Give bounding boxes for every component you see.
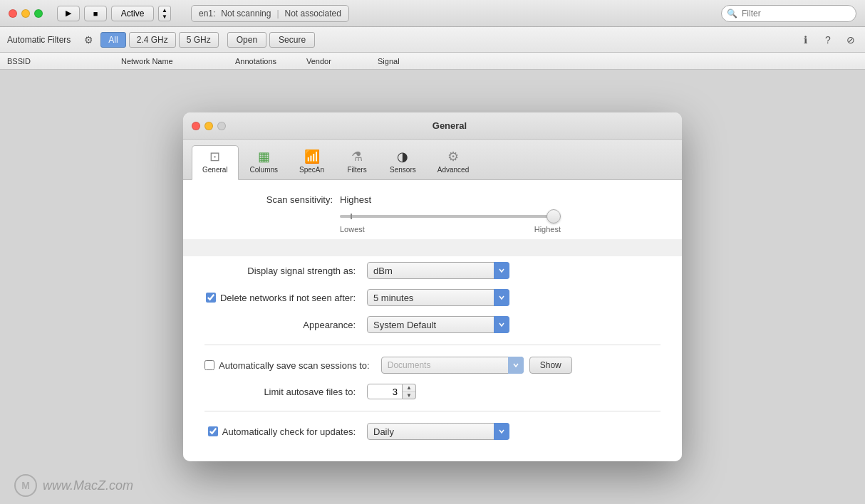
autosave-checkbox[interactable] [204,360,214,370]
modal-overlay: General ⊡ General ▦ Columns 📶 SpecAn ⚗ [0,70,865,504]
limit-autosave-input[interactable]: 3 [367,384,403,399]
autosave-label-wrapper: Automatically save scan sessions to: [204,360,375,371]
signal-strength-label: Display signal strength as: [204,266,361,276]
main-area: General ⊡ General ▦ Columns 📶 SpecAn ⚗ [0,70,865,504]
freq-24-button[interactable]: 2.4 GHz [129,32,176,48]
check-updates-row: Automatically check for updates: Daily W… [204,423,661,440]
automatic-filters-label: Automatic Filters [7,35,71,45]
appearance-select-wrapper: System Default Light Dark [367,316,509,333]
signal-strength-row: Display signal strength as: dBm Percent … [204,262,661,279]
slider-min-label: Lowest [340,225,365,233]
appearance-select[interactable]: System Default Light Dark [367,316,509,333]
close-button[interactable] [9,9,17,18]
watermark: M www.MacZ.com [14,474,133,497]
modal-close-button[interactable] [192,122,200,130]
col-signal: Signal [378,57,435,65]
general-tab-icon: ⊡ [209,150,220,163]
delete-networks-label-wrapper: Delete networks if not seen after: [204,293,361,303]
autosave-label: Automatically save scan sessions to: [219,360,370,371]
advanced-tab-icon: ⚙ [447,150,459,163]
check-updates-label-wrapper: Automatically check for updates: [204,426,361,437]
help-button[interactable]: ? [821,33,835,47]
info-button[interactable]: ℹ [798,33,812,47]
search-icon: 🔍 [727,9,737,19]
freq-5-button[interactable]: 5 GHz [179,32,219,48]
watermark-text: www.MacZ.com [43,478,133,493]
check-updates-checkbox[interactable] [208,426,218,436]
appearance-row: Appearance: System Default Light Dark [204,316,661,333]
sensors-tab-icon: ◑ [397,150,408,163]
interface-name: en1: [199,9,215,19]
limit-autosave-controls: 3 ▲ ▼ [367,384,416,399]
columns-tab-icon: ▦ [258,150,270,163]
play-button[interactable]: ▶ [57,6,80,21]
general-tab-label: General [202,166,228,174]
tab-specan[interactable]: 📶 SpecAn [289,146,334,179]
filter-secure-button[interactable]: Secure [269,32,315,48]
scanning-status: Not scanning [221,9,271,19]
autosave-row: Automatically save scan sessions to: Doc… [204,357,661,374]
tab-sensors[interactable]: ◑ Sensors [380,146,426,179]
limit-autosave-row: Limit autosave files to: 3 ▲ ▼ [204,384,661,399]
delete-networks-checkbox[interactable] [206,293,216,303]
col-vendor: Vendor [306,57,378,65]
table-header: BSSID Network Name Annotations Vendor Si… [0,53,865,70]
modal-traffic-lights [192,122,226,130]
association-status: Not associated [285,9,341,19]
specan-tab-label: SpecAn [299,166,324,174]
status-display: en1: Not scanning | Not associated [191,5,349,22]
filter-open-button[interactable]: Open [227,32,266,48]
stop-button[interactable]: ■ [84,6,107,21]
tab-columns[interactable]: ▦ Columns [240,146,288,179]
delete-networks-row: Delete networks if not seen after: 1 min… [204,289,661,306]
separator-2 [204,411,661,411]
filter-input[interactable] [721,5,856,22]
stepper-up-button[interactable]: ▲ [403,384,415,392]
slider-max-label: Highest [534,225,561,233]
col-bssid: BSSID [7,57,121,65]
maximize-button[interactable] [34,9,43,18]
tab-general[interactable]: ⊡ General [192,145,239,180]
filters-tab-icon: ⚗ [351,150,363,163]
modal-title: General [226,120,673,131]
modal-minimize-button[interactable] [204,122,213,130]
tab-advanced[interactable]: ⚙ Advanced [428,146,479,179]
col-network: Network Name [121,57,235,65]
check-updates-label: Automatically check for updates: [222,426,356,437]
sensitivity-value: Highest [340,194,371,205]
filter-bar: 🔍 [721,5,856,22]
watermark-logo: M [14,474,37,497]
tab-filters[interactable]: ⚗ Filters [336,146,378,179]
freq-all-button[interactable]: All [100,32,125,48]
slider-section: Scan sensitivity: Highest Lowest Hi [183,180,682,239]
signal-strength-select[interactable]: dBm Percent RSSI [367,262,509,279]
sensors-tab-label: Sensors [390,166,416,174]
specan-tab-icon: 📶 [304,150,320,163]
state-selector[interactable]: Active [111,6,154,21]
autosave-path-wrapper: Documents [381,357,524,374]
check-updates-select[interactable]: Daily Weekly Monthly Never [367,423,509,440]
gear-button[interactable]: ⚙ [79,32,98,48]
limit-autosave-stepper[interactable]: ▲ ▼ [403,384,416,399]
minimize-button[interactable] [21,9,30,18]
playback-controls: ▶ ■ Active ▲ ▼ [57,6,171,21]
delete-networks-label: Delete networks if not seen after: [220,293,356,303]
autosave-path-select[interactable]: Documents [381,357,524,374]
stepper-down-button[interactable]: ▼ [403,392,415,399]
check-updates-select-wrapper: Daily Weekly Monthly Never [367,423,509,440]
form-section: Display signal strength as: dBm Percent … [183,256,682,461]
modal-zoom-button[interactable] [217,122,226,130]
delete-networks-select-wrapper: 1 minute 5 minutes 10 minutes 30 minutes… [367,289,509,306]
separator-1 [204,345,661,345]
delete-networks-select[interactable]: 1 minute 5 minutes 10 minutes 30 minutes… [367,289,509,306]
cancel-scan-button[interactable]: ⊘ [844,33,858,47]
toolbar-row: Automatic Filters ⚙ All 2.4 GHz 5 GHz Op… [0,27,865,53]
state-stepper[interactable]: ▲ ▼ [158,6,171,21]
sensitivity-row: Scan sensitivity: Highest [204,194,661,205]
columns-tab-label: Columns [250,166,278,174]
advanced-tab-label: Advanced [437,166,469,174]
show-button[interactable]: Show [529,357,572,374]
titlebar: ▶ ■ Active ▲ ▼ en1: Not scanning | Not a… [0,0,865,27]
sensitivity-label: Scan sensitivity: [204,194,333,205]
limit-autosave-label: Limit autosave files to: [204,387,361,397]
